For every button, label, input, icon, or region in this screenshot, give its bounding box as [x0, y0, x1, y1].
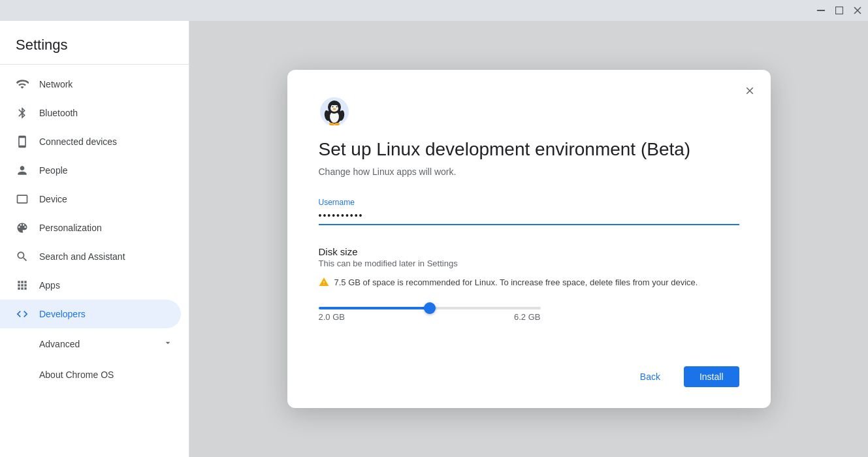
sidebar: Settings Network Bluetooth	[0, 21, 189, 457]
wifi-icon	[16, 78, 29, 91]
sidebar-item-apps-label: Apps	[39, 280, 60, 291]
sidebar-item-apps[interactable]: Apps	[0, 271, 181, 300]
svg-point-11	[332, 106, 333, 107]
apps-icon	[16, 279, 29, 292]
svg-point-12	[336, 106, 337, 107]
sidebar-item-search-assistant[interactable]: Search and Assistant	[0, 242, 181, 271]
overlay: Set up Linux development environment (Be…	[189, 21, 868, 457]
sidebar-item-device-label: Device	[39, 194, 67, 204]
disk-size-subtitle: This can be modified later in Settings	[319, 259, 739, 268]
advanced-label: Advanced	[39, 339, 80, 349]
install-button[interactable]: Install	[684, 366, 739, 387]
search-icon	[16, 250, 29, 263]
close-button[interactable]	[852, 5, 863, 16]
disk-size-slider[interactable]	[319, 307, 541, 309]
linux-penguin-icon	[319, 96, 350, 127]
sidebar-item-network-label: Network	[39, 79, 72, 89]
username-label: Username	[319, 198, 739, 207]
username-field-container: Username	[319, 198, 739, 246]
personalization-icon	[16, 221, 29, 234]
svg-point-17	[334, 123, 340, 125]
chevron-down-icon	[163, 338, 173, 350]
sidebar-item-connected-devices[interactable]: Connected devices	[0, 127, 181, 156]
minimize-button[interactable]	[816, 5, 826, 16]
sidebar-item-people-label: People	[39, 165, 68, 176]
settings-title: Settings	[0, 21, 189, 64]
slider-min-label: 2.0 GB	[319, 312, 345, 322]
dialog-title: Set up Linux development environment (Be…	[319, 138, 739, 161]
sidebar-item-personalization-label: Personalization	[39, 223, 102, 233]
connected-devices-icon	[16, 135, 29, 148]
sidebar-item-search-assistant-label: Search and Assistant	[39, 251, 125, 262]
dialog-subtitle: Change how Linux apps will work.	[319, 166, 739, 177]
about-icon	[16, 367, 29, 382]
warning-row: 7.5 GB of space is recommended for Linux…	[319, 276, 739, 290]
slider-container: 2.0 GB 6.2 GB	[319, 300, 739, 322]
app-body: Settings Network Bluetooth	[0, 21, 868, 457]
warning-text: 7.5 GB of space is recommended for Linux…	[334, 276, 698, 289]
sidebar-item-network[interactable]: Network	[0, 70, 181, 99]
sidebar-item-people[interactable]: People	[0, 156, 181, 185]
username-input[interactable]	[319, 210, 739, 221]
slider-max-label: 6.2 GB	[514, 312, 540, 322]
bluetooth-icon	[16, 106, 29, 119]
sidebar-item-bluetooth-label: Bluetooth	[39, 108, 78, 118]
titlebar	[0, 0, 868, 21]
sidebar-item-personalization[interactable]: Personalization	[0, 213, 181, 242]
svg-rect-0	[817, 10, 825, 11]
dialog-footer: Back Install	[319, 366, 739, 387]
sidebar-item-about[interactable]: About Chrome OS	[0, 359, 189, 390]
advanced-icon	[16, 336, 29, 351]
sidebar-item-developers[interactable]: Developers	[0, 300, 181, 328]
main-content: Set up Linux development environment (Be…	[189, 21, 868, 457]
username-input-wrapper	[319, 210, 739, 225]
developers-icon	[16, 307, 29, 321]
sidebar-item-bluetooth[interactable]: Bluetooth	[0, 99, 181, 127]
sidebar-item-advanced[interactable]: Advanced	[0, 328, 189, 359]
sidebar-item-device[interactable]: Device	[0, 185, 181, 213]
warning-icon	[319, 277, 329, 290]
sidebar-item-connected-devices-label: Connected devices	[39, 136, 117, 147]
svg-point-13	[332, 108, 336, 110]
dialog: Set up Linux development environment (Be…	[287, 70, 771, 408]
maximize-button[interactable]	[834, 5, 844, 16]
back-button[interactable]: Back	[624, 366, 676, 387]
disk-size-title: Disk size	[319, 246, 739, 257]
dialog-close-button[interactable]	[739, 80, 760, 101]
about-label: About Chrome OS	[39, 370, 114, 380]
disk-size-section: Disk size This can be modified later in …	[319, 246, 739, 324]
sidebar-divider	[0, 64, 189, 65]
svg-point-16	[329, 123, 334, 125]
people-icon	[16, 164, 29, 177]
sidebar-item-developers-label: Developers	[39, 309, 86, 319]
svg-rect-1	[836, 7, 843, 14]
device-icon	[16, 193, 29, 206]
